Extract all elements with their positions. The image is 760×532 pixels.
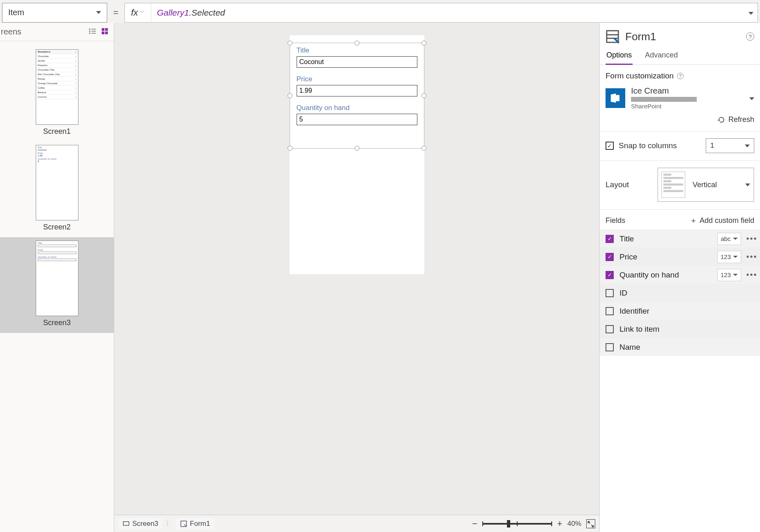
field-row[interactable]: ✓ Quantity on hand 123 ••• xyxy=(600,266,760,284)
field-row[interactable]: ID xyxy=(600,284,760,302)
crumb-screen[interactable]: Screen3 xyxy=(118,518,162,530)
quantity-input[interactable] xyxy=(297,114,417,125)
field-checkbox[interactable] xyxy=(606,289,614,297)
refresh-button[interactable]: Refresh xyxy=(606,115,754,124)
property-dropdown[interactable]: Item xyxy=(2,3,107,23)
resize-handle[interactable] xyxy=(355,41,359,46)
tab-options[interactable]: Options xyxy=(606,48,633,65)
thumbnail: Title Price Quantity on hand xyxy=(36,241,78,316)
title-input[interactable] xyxy=(297,56,417,68)
field-type-dropdown[interactable]: 123 xyxy=(717,269,741,281)
resize-handle[interactable] xyxy=(288,93,292,98)
columns-dropdown[interactable]: 1 xyxy=(706,138,754,153)
data-source-provider: SharePoint xyxy=(631,103,697,110)
svg-rect-8 xyxy=(102,31,105,34)
chevron-down-icon xyxy=(96,11,101,14)
resize-handle[interactable] xyxy=(355,146,359,151)
add-field-label: Add custom field xyxy=(700,216,754,225)
formula-bar: Item = fx﹀ Gallery1.Selected xyxy=(0,0,760,23)
chevron-down-icon[interactable] xyxy=(749,94,754,102)
svg-point-4 xyxy=(90,33,90,34)
help-icon[interactable]: ? xyxy=(677,73,684,79)
tree-view-header: reens xyxy=(0,23,114,41)
field-row[interactable]: ✓ Title abc ••• xyxy=(600,229,760,248)
resize-handle[interactable] xyxy=(288,146,292,151)
field-checkbox[interactable]: ✓ xyxy=(606,271,614,279)
more-icon[interactable]: ••• xyxy=(744,270,760,280)
chevron-down-icon xyxy=(745,144,750,147)
form-selection[interactable]: Title Price Quantity on hand xyxy=(290,43,424,149)
fields-list: ✓ Title abc ••• ✓ Price 123 ••• ✓ Quanti… xyxy=(600,229,760,356)
screen-thumb-screen3[interactable]: Title Price Quantity on hand Screen3 xyxy=(0,237,114,333)
field-row[interactable]: ✓ Price 123 ••• xyxy=(600,248,760,266)
field-checkbox[interactable] xyxy=(606,325,614,333)
svg-point-2 xyxy=(90,31,90,32)
more-icon[interactable]: ••• xyxy=(744,252,760,261)
field-checkbox[interactable] xyxy=(606,343,614,351)
formula-suffix: .Selected xyxy=(189,8,225,17)
field-row[interactable]: Link to item xyxy=(600,320,760,338)
pane-title: Form1 xyxy=(625,30,656,43)
formula-object: Gallery1 xyxy=(157,8,189,17)
resize-handle[interactable] xyxy=(421,93,426,98)
section-title: Form customization xyxy=(606,71,674,80)
breadcrumb: Screen3 〉 Form1 xyxy=(118,518,214,530)
screen-name: Screen1 xyxy=(43,127,71,136)
form-card-quantity[interactable]: Quantity on hand xyxy=(290,101,424,129)
form-card-title[interactable]: Title xyxy=(290,43,424,72)
layout-dropdown[interactable]: Vertical xyxy=(657,167,754,202)
redacted-text xyxy=(631,97,697,102)
data-source-row[interactable]: Ice Cream SharePoint xyxy=(606,86,754,110)
zoom-slider[interactable] xyxy=(482,523,552,525)
snap-section: ✓ Snap to columns 1 xyxy=(600,132,760,161)
field-type-dropdown[interactable]: 123 xyxy=(717,251,741,263)
fit-screen-icon[interactable] xyxy=(586,519,595,528)
tab-advanced[interactable]: Advanced xyxy=(644,48,679,64)
formula-input-box[interactable]: fx﹀ Gallery1.Selected xyxy=(124,3,758,23)
crumb-label: Screen3 xyxy=(132,520,158,528)
thumbnail: TitleCoconut Price1.99 Quantity on hand5 xyxy=(36,145,78,220)
field-row[interactable]: Identifier xyxy=(600,302,760,320)
status-bar: Screen3 〉 Form1 − + 40% xyxy=(114,515,599,532)
list-view-icon[interactable] xyxy=(88,27,97,37)
expand-formula-icon[interactable] xyxy=(744,9,758,16)
grid-view-icon[interactable] xyxy=(101,27,109,37)
field-checkbox[interactable]: ✓ xyxy=(606,253,614,261)
fields-header: Fields ＋ Add custom field xyxy=(600,210,760,229)
field-checkbox[interactable]: ✓ xyxy=(606,235,614,243)
chevron-right-icon: 〉 xyxy=(166,519,173,528)
screen-thumb-screen1[interactable]: Strawberry› Chocolate› Vanilla› Pistachi… xyxy=(0,46,114,142)
data-source-name: Ice Cream xyxy=(631,86,697,96)
form-card-price[interactable]: Price xyxy=(290,72,424,101)
app-canvas[interactable]: Title Price Quantity on hand xyxy=(290,35,424,274)
canvas-area: Title Price Quantity on hand xyxy=(114,23,600,532)
crumb-form[interactable]: Form1 xyxy=(176,518,214,530)
resize-handle[interactable] xyxy=(288,41,292,46)
price-input[interactable] xyxy=(297,85,417,96)
fx-text: fx xyxy=(131,7,138,18)
field-row[interactable]: Name xyxy=(600,338,760,356)
field-checkbox[interactable] xyxy=(606,307,614,315)
crumb-label: Form1 xyxy=(190,520,210,528)
zoom-knob[interactable] xyxy=(507,520,510,527)
refresh-label: Refresh xyxy=(728,115,754,124)
help-icon[interactable]: ? xyxy=(746,32,754,41)
fx-label[interactable]: fx﹀ xyxy=(125,3,151,22)
zoom-in-button[interactable]: + xyxy=(557,518,562,529)
field-type-dropdown[interactable]: abc xyxy=(717,233,741,245)
layout-section: Layout Vertical xyxy=(600,161,760,210)
snap-checkbox[interactable]: ✓ xyxy=(606,142,614,150)
add-custom-field-button[interactable]: ＋ Add custom field xyxy=(690,216,754,225)
zoom-out-button[interactable]: − xyxy=(472,518,477,529)
screen-thumb-screen2[interactable]: TitleCoconut Price1.99 Quantity on hand5… xyxy=(0,142,114,237)
screen-icon xyxy=(122,520,130,527)
svg-rect-9 xyxy=(105,31,108,34)
zoom-controls: − + 40% xyxy=(472,518,595,529)
sharepoint-icon xyxy=(606,88,625,108)
more-icon[interactable]: ••• xyxy=(744,234,760,243)
resize-handle[interactable] xyxy=(421,146,426,151)
formula-text[interactable]: Gallery1.Selected xyxy=(151,8,744,18)
svg-rect-10 xyxy=(123,521,129,525)
thumbnail: Strawberry› Chocolate› Vanilla› Pistachi… xyxy=(36,49,78,125)
resize-handle[interactable] xyxy=(421,41,426,46)
